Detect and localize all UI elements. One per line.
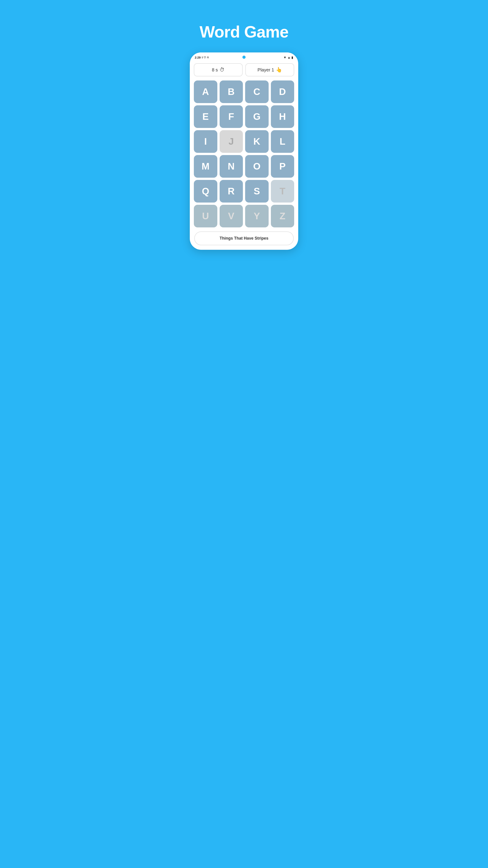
status-icons: ℹ 🛡 A <box>202 56 209 59</box>
letter-btn-z[interactable]: Z <box>271 205 294 227</box>
timer-icon: ⏱ <box>220 67 225 73</box>
player-icon: 👆 <box>276 67 282 73</box>
letter-btn-b[interactable]: B <box>220 81 243 103</box>
a-icon: A <box>207 56 209 59</box>
battery-icon: ▮ <box>291 56 293 59</box>
phone-frame: 2:29 ℹ 🛡 A ▼ ▲ ▮ 8 s ⏱ Player 1 👆 <box>190 53 298 250</box>
letter-grid: ABCDEFGHIJKLMNOPQRSTUVYZ <box>194 81 294 227</box>
category-bar: Things That Have Stripes <box>194 231 294 245</box>
letter-btn-q[interactable]: Q <box>194 180 217 203</box>
letter-btn-t[interactable]: T <box>271 180 294 203</box>
letter-btn-r[interactable]: R <box>220 180 243 203</box>
letter-btn-p[interactable]: P <box>271 155 294 178</box>
letter-btn-i[interactable]: I <box>194 130 217 153</box>
letter-btn-j[interactable]: J <box>220 130 243 153</box>
info-icon: ℹ <box>202 56 203 59</box>
time-display: 2:29 <box>195 56 201 59</box>
letter-btn-v[interactable]: V <box>220 205 243 227</box>
letter-btn-l[interactable]: L <box>271 130 294 153</box>
player-box: Player 1 👆 <box>246 63 294 76</box>
camera-dot <box>242 56 246 59</box>
letter-btn-k[interactable]: K <box>245 130 269 153</box>
letter-btn-o[interactable]: O <box>245 155 269 178</box>
letter-btn-h[interactable]: H <box>271 105 294 128</box>
timer-box: 8 s ⏱ <box>194 63 242 76</box>
timer-player-row: 8 s ⏱ Player 1 👆 <box>194 63 294 76</box>
letter-btn-e[interactable]: E <box>194 105 217 128</box>
phone-content: 8 s ⏱ Player 1 👆 ABCDEFGHIJKLMNOPQRSTUVY… <box>190 61 298 250</box>
letter-btn-d[interactable]: D <box>271 81 294 103</box>
letter-btn-s[interactable]: S <box>245 180 269 203</box>
letter-btn-f[interactable]: F <box>220 105 243 128</box>
letter-btn-a[interactable]: A <box>194 81 217 103</box>
letter-btn-m[interactable]: M <box>194 155 217 178</box>
app-title: Word Game <box>199 23 289 41</box>
status-time: 2:29 ℹ 🛡 A <box>195 56 209 59</box>
timer-label: 8 s <box>212 67 218 72</box>
signal-icon: ▲ <box>287 56 291 59</box>
wifi-icon: ▼ <box>283 56 287 59</box>
category-text: Things That Have Stripes <box>220 236 268 241</box>
letter-btn-y[interactable]: Y <box>245 205 269 227</box>
shield-icon: 🛡 <box>203 56 206 59</box>
letter-btn-c[interactable]: C <box>245 81 269 103</box>
status-right-icons: ▼ ▲ ▮ <box>283 56 293 59</box>
player-label: Player 1 <box>258 67 274 72</box>
status-bar: 2:29 ℹ 🛡 A ▼ ▲ ▮ <box>190 53 298 61</box>
letter-btn-u[interactable]: U <box>194 205 217 227</box>
letter-btn-n[interactable]: N <box>220 155 243 178</box>
letter-btn-g[interactable]: G <box>245 105 269 128</box>
